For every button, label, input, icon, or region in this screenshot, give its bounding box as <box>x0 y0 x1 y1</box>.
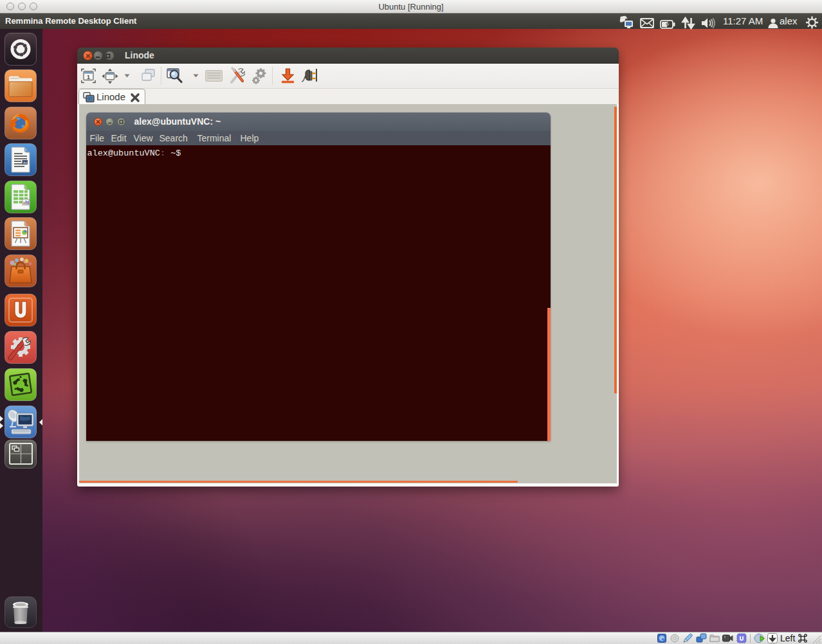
svg-text:1: 1 <box>87 74 90 80</box>
